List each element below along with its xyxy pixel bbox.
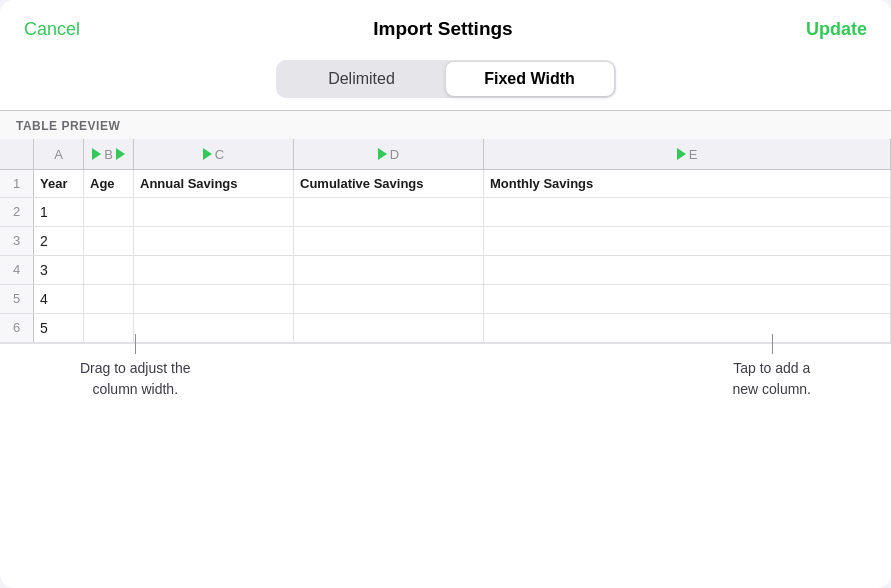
col-b-label: B [104,147,113,162]
col-e-add-marker[interactable] [677,148,686,160]
cell-3-b [84,227,134,255]
col-b-right-marker[interactable] [116,148,125,160]
col-d-label: D [390,147,399,162]
row-num-1: 1 [0,170,34,197]
cell-2-a: 1 [34,198,84,226]
cell-6-a: 5 [34,314,84,342]
col-e-label: E [689,147,698,162]
col-header-d: D [294,139,484,169]
cell-2-e [484,198,891,226]
row-num-5: 5 [0,285,34,313]
table-row: 3 2 [0,227,891,256]
table-section: TABLE PREVIEW A B C [0,110,891,588]
cell-2-c [134,198,294,226]
row-num-3: 3 [0,227,34,255]
table-body: 1 Year Age Annual Savings Cumulative Sav… [0,170,891,343]
cell-3-c [134,227,294,255]
cell-4-e [484,256,891,284]
table-preview-label: TABLE PREVIEW [0,111,891,139]
cell-6-b [84,314,134,342]
table-row: 4 3 [0,256,891,285]
cell-2-b [84,198,134,226]
cell-3-a: 2 [34,227,84,255]
col-c-label: C [215,147,224,162]
table-row: 2 1 [0,198,891,227]
cell-6-d [294,314,484,342]
import-settings-dialog: Cancel Import Settings Update Delimited … [0,0,891,588]
cell-1-b: Age [84,170,134,197]
segmented-control: Delimited Fixed Width [276,60,616,98]
col-a-label: A [54,147,63,162]
table-row: 1 Year Age Annual Savings Cumulative Sav… [0,170,891,198]
segmented-container: Delimited Fixed Width [0,54,891,110]
seg-delimited[interactable]: Delimited [278,62,446,96]
dialog-header: Cancel Import Settings Update [0,0,891,54]
cell-5-d [294,285,484,313]
row-num-header [0,139,34,169]
table-container: A B C D [0,139,891,343]
annotation-right: Tap to add anew column. [732,358,811,400]
cell-1-a: Year [34,170,84,197]
cell-3-d [294,227,484,255]
annotation-left: Drag to adjust thecolumn width. [80,358,191,400]
col-header-c: C [134,139,294,169]
dialog-title: Import Settings [373,18,512,40]
col-header-b[interactable]: B [84,139,134,169]
cell-5-b [84,285,134,313]
cell-5-a: 4 [34,285,84,313]
cell-3-e [484,227,891,255]
row-num-4: 4 [0,256,34,284]
cancel-button[interactable]: Cancel [24,19,80,40]
col-header-a: A [34,139,84,169]
cell-4-d [294,256,484,284]
column-header-row: A B C D [0,139,891,170]
cell-4-b [84,256,134,284]
row-num-2: 2 [0,198,34,226]
col-d-drag-marker[interactable] [378,148,387,160]
annotation-area: Drag to adjust thecolumn width. Tap to a… [0,343,891,410]
cell-5-e [484,285,891,313]
col-c-drag-marker[interactable] [203,148,212,160]
cell-4-c [134,256,294,284]
cell-1-e: Monthly Savings [484,170,891,197]
seg-fixed-width[interactable]: Fixed Width [446,62,614,96]
row-num-6: 6 [0,314,34,342]
col-b-drag-marker[interactable] [92,148,101,160]
cell-6-c [134,314,294,342]
cell-1-c: Annual Savings [134,170,294,197]
cell-6-e [484,314,891,342]
update-button[interactable]: Update [806,19,867,40]
cell-2-d [294,198,484,226]
cell-1-d: Cumulative Savings [294,170,484,197]
table-row: 5 4 [0,285,891,314]
cell-4-a: 3 [34,256,84,284]
cell-5-c [134,285,294,313]
table-row: 6 5 [0,314,891,343]
col-header-e: E [484,139,891,169]
